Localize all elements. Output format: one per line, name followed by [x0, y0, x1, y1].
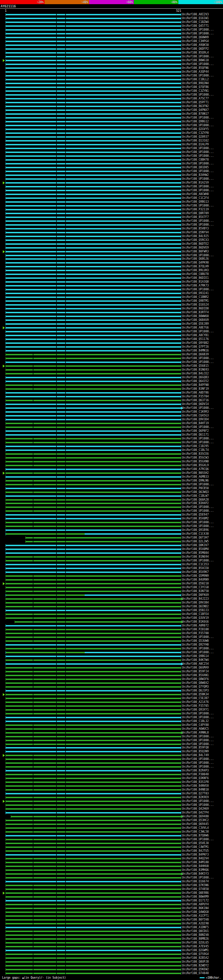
hit-bar[interactable] — [6, 304, 181, 305]
hit-bar[interactable] — [6, 530, 181, 531]
hit-accession-link[interactable]: UniRef100_Q3UV19 — [182, 616, 223, 620]
hit-accession-link[interactable]: UniRef100_Q161W1 — [182, 17, 223, 21]
hit-accession-link[interactable]: UniRef100_Q4WQG0 — [182, 910, 223, 914]
hit-accession-link[interactable]: UniRef100_B4URN9 — [182, 578, 223, 582]
hit-bar[interactable] — [6, 354, 181, 355]
hit-accession-link[interactable]: UniRef100_Q42H69 — [182, 807, 223, 811]
hit-bar[interactable] — [6, 442, 181, 443]
hit-bar[interactable] — [6, 404, 181, 405]
hit-accession-link[interactable]: UniRef100_P20108 — [182, 627, 223, 631]
hit-accession-link[interactable]: UniRef100_UP1000... — [182, 32, 223, 36]
hit-bar[interactable] — [6, 495, 181, 497]
hit-bar[interactable] — [6, 705, 181, 707]
hit-accession-link[interactable]: UniRef100_Q56815 — [182, 364, 223, 368]
hit-bar[interactable] — [6, 240, 181, 241]
hit-accession-link[interactable]: UniRef100_B5VBY3 — [182, 227, 223, 231]
hit-accession-link[interactable]: UniRef100_B4JTU5 — [182, 849, 223, 853]
hit-bar[interactable] — [6, 958, 181, 959]
hit-accession-link[interactable]: UniRef100_C3ZYP0 — [182, 131, 223, 135]
hit-bar[interactable] — [6, 973, 181, 974]
hit-bar[interactable] — [6, 64, 181, 65]
hit-accession-link[interactable]: UniRef100_B0FWR3 — [182, 250, 223, 253]
hit-accession-link[interactable]: UniRef100_C1BL32 — [182, 719, 223, 723]
hit-bar[interactable] — [6, 331, 181, 332]
hit-accession-link[interactable]: UniRef100_Q0E9B6 — [182, 891, 223, 895]
hit-bar[interactable] — [6, 873, 181, 875]
hit-accession-link[interactable]: UniRef100_Q53UW0 — [182, 639, 223, 643]
hit-bar[interactable] — [6, 396, 181, 397]
hit-bar[interactable] — [6, 415, 181, 417]
hit-bar[interactable] — [6, 781, 181, 783]
hit-bar[interactable] — [6, 37, 181, 38]
hit-accession-link[interactable]: UniRef100_Q13162 — [182, 139, 223, 143]
hit-bar[interactable] — [6, 904, 181, 905]
hit-accession-link[interactable]: UniRef100_Q92YH0 — [182, 643, 223, 647]
hit-bar[interactable] — [6, 320, 181, 321]
hit-bar[interactable] — [6, 862, 181, 863]
hit-bar[interactable] — [6, 640, 181, 642]
hit-bar[interactable] — [6, 423, 181, 424]
hit-bar[interactable] — [6, 644, 181, 646]
hit-accession-link[interactable]: UniRef100_B4PKF3 — [182, 853, 223, 857]
hit-bar[interactable] — [6, 579, 181, 581]
hit-accession-link[interactable]: UniRef100_C1BNR2 — [182, 296, 223, 299]
hit-bar[interactable] — [6, 762, 181, 764]
hit-bar[interactable] — [6, 461, 181, 462]
hit-accession-link[interactable]: UniRef100_B1A2S9 — [182, 181, 223, 185]
hit-bar[interactable] — [6, 56, 181, 57]
hit-bar[interactable] — [6, 805, 181, 806]
hit-accession-link[interactable]: UniRef100_Q0CDU1 — [182, 929, 223, 933]
hit-bar[interactable] — [6, 113, 181, 115]
hit-accession-link[interactable]: UniRef100_UP1000... — [182, 55, 223, 59]
hit-accession-link[interactable]: UniRef100_Q5RCX3 — [182, 238, 223, 242]
hit-bar[interactable] — [6, 858, 181, 859]
hit-accession-link[interactable]: UniRef100_UP1000... — [182, 361, 223, 364]
hit-accession-link[interactable]: UniRef100_B6DIE1 — [182, 276, 223, 280]
hit-accession-link[interactable]: UniRef100_UP1000... — [182, 425, 223, 429]
hit-bar[interactable] — [6, 453, 181, 455]
hit-accession-link[interactable]: UniRef100_UP1000... — [182, 146, 223, 150]
hit-bar[interactable] — [6, 29, 181, 30]
hit-accession-link[interactable]: UniRef100_B5XAN1 — [182, 673, 223, 677]
hit-accession-link[interactable]: UniRef100_UP1000... — [182, 765, 223, 769]
hit-bar[interactable] — [6, 71, 181, 73]
hit-bar[interactable] — [6, 499, 181, 501]
hit-bar[interactable] — [6, 713, 181, 714]
hit-bar[interactable] — [6, 274, 181, 275]
hit-bar[interactable] — [6, 770, 181, 772]
hit-accession-link[interactable]: UniRef100_A7RK73 — [182, 284, 223, 288]
hit-accession-link[interactable]: UniRef100_B7QLH9 — [182, 265, 223, 269]
hit-accession-link[interactable]: UniRef100_UP1000... — [182, 506, 223, 509]
hit-bar[interactable] — [6, 232, 181, 233]
hit-accession-link[interactable]: UniRef100_B8NIV0 — [182, 933, 223, 937]
hit-bar[interactable] — [6, 702, 181, 703]
hit-accession-link[interactable]: UniRef100_B4L925 — [182, 234, 223, 238]
hit-accession-link[interactable]: UniRef100_B5X7F7 — [182, 215, 223, 219]
hit-bar[interactable] — [6, 835, 181, 837]
hit-bar[interactable] — [6, 350, 181, 352]
hit-accession-link[interactable]: UniRef100_Q5BK34 — [182, 692, 223, 696]
hit-accession-link[interactable]: UniRef100_A0C254 — [182, 662, 223, 666]
hit-accession-link[interactable]: UniRef100_Q4PK90 — [182, 261, 223, 265]
hit-bar[interactable] — [6, 759, 181, 760]
hit-accession-link[interactable]: UniRef100_Q7PTI6 — [182, 345, 223, 349]
hit-accession-link[interactable]: UniRef100_O74848 — [182, 971, 223, 975]
hit-bar[interactable] — [6, 342, 181, 344]
hit-accession-link[interactable]: UniRef100_Q16674 — [182, 880, 223, 883]
hit-bar[interactable] — [6, 312, 181, 313]
hit-bar[interactable] — [6, 506, 181, 508]
hit-bar[interactable] — [6, 79, 181, 80]
hit-accession-link[interactable]: UniRef100_B3NF19 — [182, 387, 223, 391]
hit-accession-link[interactable]: UniRef100_Q63WQ3 — [182, 490, 223, 494]
hit-bar[interactable] — [6, 308, 181, 309]
hit-accession-link[interactable]: UniRef100_B3VHW2 — [182, 173, 223, 177]
hit-bar[interactable] — [6, 774, 181, 775]
hit-accession-link[interactable]: UniRef100_UP1000... — [182, 635, 223, 639]
hit-accession-link[interactable]: UniRef100_B1N693 — [182, 368, 223, 372]
hit-accession-link[interactable]: UniRef100_B3MHQ6 — [182, 869, 223, 872]
hit-accession-link[interactable]: UniRef100_Q61171 — [182, 433, 223, 437]
hit-bar[interactable] — [6, 854, 181, 856]
hit-accession-link[interactable]: UniRef100_B5M084 — [182, 551, 223, 555]
hit-accession-link[interactable]: UniRef100_B63FN2 — [182, 105, 223, 108]
hit-bar[interactable] — [6, 560, 181, 562]
